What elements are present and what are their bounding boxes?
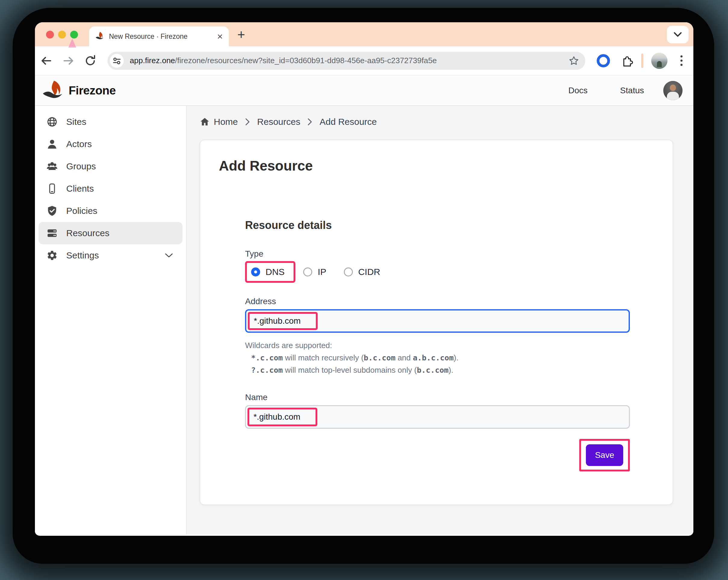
kebab-dot — [680, 60, 682, 62]
reload-button[interactable] — [83, 54, 98, 68]
radio-option-cidr[interactable]: CIDR — [344, 267, 380, 277]
save-button[interactable]: Save — [586, 444, 623, 466]
person-icon — [46, 138, 58, 150]
radio-option-ip[interactable]: IP — [303, 267, 326, 277]
radio-dns-label[interactable]: DNS — [265, 267, 285, 277]
address-value: *.github.com — [254, 316, 301, 326]
new-tab-button[interactable]: + — [232, 26, 250, 43]
gear-icon — [46, 250, 58, 261]
add-resource-card: Add Resource Resource details Type DNS I… — [200, 140, 673, 505]
forward-button[interactable] — [61, 54, 76, 68]
nav-link-docs[interactable]: Docs — [568, 86, 588, 95]
page-title: Add Resource — [219, 158, 654, 174]
radio-ip-label[interactable]: IP — [318, 267, 326, 277]
browser-window: New Resource · Firezone × + — [35, 22, 693, 536]
url-bar[interactable]: app.firez.one/firezone/resources/new?sit… — [107, 52, 585, 70]
main-content: Home Resources Add Resource Add Resource… — [187, 106, 693, 534]
type-radio-group: DNS IP CIDR — [245, 261, 630, 283]
radio-cidr-label[interactable]: CIDR — [358, 267, 380, 277]
user-avatar[interactable] — [663, 81, 682, 100]
section-title: Resource details — [245, 219, 630, 232]
help-line-toplevel: ?.c.com will match top-level subdomains … — [245, 364, 630, 376]
browser-tab[interactable]: New Resource · Firezone × — [89, 26, 229, 46]
minimize-window-button[interactable] — [58, 31, 66, 38]
sidebar-item-resources[interactable]: Resources — [38, 222, 182, 244]
browser-tab-strip: New Resource · Firezone × + — [35, 22, 693, 46]
brand-title: Firezone — [69, 84, 115, 97]
browser-toolbar: app.firez.one/firezone/resources/new?sit… — [35, 46, 693, 76]
sidebar-item-clients[interactable]: Clients — [38, 177, 182, 200]
annotation-box-address: *.github.com — [248, 312, 318, 330]
pink-triangle-artifact — [68, 38, 76, 48]
forward-arrow-icon — [62, 56, 74, 66]
password-manager-extension-icon[interactable] — [597, 54, 610, 67]
sidebar-item-policies[interactable]: Policies — [38, 200, 182, 222]
radio-cidr[interactable] — [344, 268, 353, 276]
globe-icon — [46, 116, 58, 128]
nav-link-status[interactable]: Status — [620, 86, 644, 95]
name-input[interactable]: *.github.com — [245, 405, 630, 429]
sidebar: Sites Actors — [35, 106, 187, 534]
annotation-box-name: *.github.com — [248, 408, 317, 426]
sidebar-item-sites[interactable]: Sites — [38, 111, 182, 133]
breadcrumb-home[interactable]: Home — [200, 117, 238, 127]
tab-search-button[interactable] — [667, 26, 688, 43]
back-button[interactable] — [39, 54, 54, 68]
breadcrumb: Home Resources Add Resource — [200, 117, 693, 127]
type-label: Type — [245, 249, 630, 259]
sidebar-item-label: Settings — [66, 250, 99, 260]
annotation-box-dns: DNS — [245, 261, 295, 283]
sidebar-item-settings[interactable]: Settings — [38, 244, 182, 267]
tab-close-icon[interactable]: × — [217, 32, 223, 41]
chevron-down-icon — [164, 253, 174, 258]
app-header: Firezone Docs Status — [35, 76, 693, 106]
firezone-favicon-icon — [95, 31, 104, 42]
firezone-logo-icon — [42, 81, 65, 101]
zoom-window-button[interactable] — [70, 31, 78, 38]
chevron-down-icon — [673, 31, 683, 38]
sidebar-item-label: Sites — [66, 117, 86, 127]
puzzle-icon — [620, 54, 633, 67]
sidebar-item-label: Groups — [66, 161, 96, 171]
wildcards-help-text: Wildcards are supported: *.c.com will ma… — [245, 339, 630, 376]
sidebar-item-label: Policies — [66, 206, 97, 216]
kebab-dot — [680, 55, 682, 57]
radio-dns[interactable] — [251, 268, 260, 276]
name-value: *.github.com — [254, 412, 301, 422]
shield-check-icon — [46, 205, 58, 217]
sidebar-item-actors[interactable]: Actors — [38, 133, 182, 155]
chevron-right-icon — [307, 118, 312, 126]
sidebar-item-groups[interactable]: Groups — [38, 155, 182, 177]
bookmark-button[interactable] — [567, 54, 580, 67]
back-arrow-icon — [40, 56, 52, 66]
close-window-button[interactable] — [46, 31, 54, 38]
browser-menu-button[interactable] — [675, 55, 687, 66]
server-stack-icon — [46, 227, 58, 239]
star-icon — [569, 56, 579, 66]
mobile-icon — [46, 183, 58, 194]
browser-profile-avatar[interactable] — [651, 53, 668, 69]
help-intro: Wildcards are supported: — [245, 341, 332, 350]
address-input[interactable]: *.github.com — [245, 309, 630, 333]
extensions-button[interactable] — [620, 54, 633, 67]
sidebar-item-label: Actors — [66, 139, 92, 149]
toolbar-right-group — [588, 53, 687, 69]
annotation-box-save: Save — [579, 439, 630, 471]
address-label: Address — [245, 297, 630, 306]
reload-icon — [84, 55, 96, 67]
breadcrumb-add-resource: Add Resource — [319, 117, 376, 127]
name-label: Name — [245, 393, 630, 402]
header-nav: Docs Status — [536, 81, 682, 100]
people-group-icon — [46, 161, 58, 172]
traffic-lights — [46, 31, 78, 38]
breadcrumb-resources[interactable]: Resources — [257, 117, 300, 127]
radio-ip[interactable] — [303, 268, 312, 276]
home-icon — [200, 117, 210, 126]
url-text[interactable]: app.firez.one/firezone/resources/new?sit… — [130, 56, 567, 65]
site-settings-button[interactable] — [110, 54, 124, 68]
sidebar-item-label: Clients — [66, 184, 94, 194]
chevron-right-icon — [245, 118, 250, 126]
resource-form: Resource details Type DNS IP — [245, 219, 630, 471]
sidebar-item-label: Resources — [66, 228, 109, 238]
url-domain: app.firez.one — [130, 56, 175, 65]
